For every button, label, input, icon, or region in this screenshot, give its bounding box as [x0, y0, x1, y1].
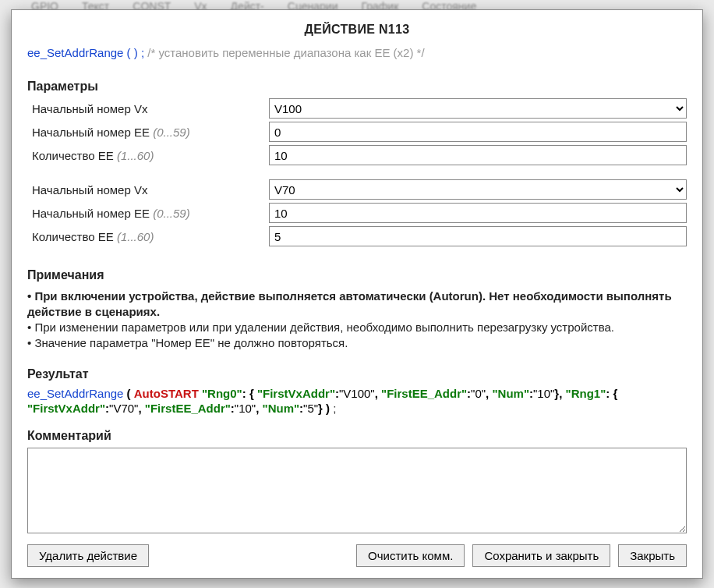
code-colon: : — [242, 387, 249, 400]
param-input[interactable] — [269, 203, 687, 223]
result-key: "Num" — [492, 387, 529, 400]
comment-textarea[interactable] — [27, 448, 687, 533]
dialog-title: ДЕЙСТВИЕ N113 — [27, 23, 687, 37]
vx-select[interactable]: V100 — [269, 98, 687, 119]
note-line: • При включении устройства, действие вып… — [27, 289, 687, 321]
param-label: Количество EE (1...60) — [27, 149, 269, 162]
function-signature: ee_SetAddrRange ( ) ; /* установить пере… — [27, 46, 687, 59]
result-title: Результат — [27, 367, 687, 381]
param-control — [269, 203, 687, 223]
code-brace: { — [613, 387, 617, 400]
close-button[interactable]: Закрыть — [618, 544, 687, 567]
param-hint: (1...60) — [117, 230, 154, 243]
notes-section: Примечания • При включении устройства, д… — [27, 267, 687, 352]
param-label: Начальный номер Vx — [27, 183, 269, 197]
param-label: Начальный номер Vx — [27, 102, 269, 115]
result-key: "FirstVxAddr" — [27, 402, 105, 415]
param-block: Начальный номер Vx V70Начальный номер EE… — [27, 179, 687, 246]
code-paren: ) — [326, 402, 330, 415]
result-val: "10" — [235, 402, 256, 415]
param-label: Количество EE (1...60) — [27, 230, 269, 243]
param-input[interactable] — [269, 226, 687, 246]
parameters-section: Параметры Начальный номер Vx V100Начальн… — [27, 80, 687, 250]
param-row: Начальный номер EE (0...59) — [27, 122, 687, 142]
param-hint: (0...59) — [153, 126, 190, 139]
code-comma: , — [559, 387, 565, 400]
result-key: "Num" — [263, 402, 300, 415]
param-row: Начальный номер Vx V100 — [27, 98, 687, 119]
code-comma: , — [256, 402, 262, 415]
result-key: "FirstEE_Addr" — [381, 387, 467, 400]
param-control — [269, 226, 687, 246]
function-name: ee_SetAddrRange — [27, 46, 123, 59]
param-input[interactable] — [269, 145, 687, 165]
param-hint: (1...60) — [117, 149, 154, 162]
vx-select[interactable]: V70 — [269, 179, 687, 200]
param-control: V100 — [269, 98, 687, 119]
code-brace: } — [318, 402, 323, 415]
notes-title: Примечания — [27, 267, 687, 284]
result-key: "FirstVxAddr" — [257, 387, 335, 400]
code-paren: ( — [127, 387, 131, 400]
result-section: Результат ee_SetAddrRange ( AutoSTART "R… — [27, 367, 687, 416]
result-val: "V70" — [109, 402, 138, 415]
param-label: Начальный номер EE (0...59) — [27, 207, 269, 220]
delete-action-button[interactable]: Удалить действие — [27, 544, 149, 567]
result-val: "10" — [533, 387, 554, 400]
result-range-name: "Rng1" — [566, 387, 606, 400]
function-parens: ( ) ; — [123, 46, 144, 59]
param-control — [269, 145, 687, 165]
code-comma: , — [138, 402, 144, 415]
param-input[interactable] — [269, 122, 687, 142]
code-semicolon: ; — [333, 402, 336, 415]
result-val: "0" — [471, 387, 486, 400]
parameters-title: Параметры — [27, 80, 687, 94]
comment-title: Комментарий — [27, 429, 687, 443]
param-row: Начальный номер EE (0...59) — [27, 203, 687, 223]
clear-comment-button[interactable]: Очистить комм. — [356, 544, 465, 567]
param-row: Начальный номер Vx V70 — [27, 179, 687, 200]
note-line: • При изменении параметров или при удале… — [27, 320, 687, 335]
result-autostart: AutoSTART — [134, 387, 199, 400]
function-comment: /* установить переменные диапазона как E… — [147, 46, 424, 59]
result-val: "5" — [303, 402, 318, 415]
param-block: Начальный номер Vx V100Начальный номер E… — [27, 98, 687, 165]
code-comma: , — [375, 387, 381, 400]
param-row: Количество EE (1...60) — [27, 145, 687, 165]
action-dialog: ДЕЙСТВИЕ N113 ee_SetAddrRange ( ) ; /* у… — [11, 9, 703, 579]
param-label: Начальный номер EE (0...59) — [27, 126, 269, 139]
result-code: ee_SetAddrRange ( AutoSTART "Rng0": { "F… — [27, 386, 687, 416]
button-bar: Удалить действие Очистить комм. Сохранит… — [27, 544, 687, 567]
param-control: V70 — [269, 179, 687, 200]
code-brace: { — [249, 387, 257, 400]
note-line: • Значение параметра "Номер ЕЕ" не должн… — [27, 335, 687, 351]
param-hint: (0...59) — [153, 207, 190, 220]
result-val: "V100" — [339, 387, 375, 400]
result-key: "FirstEE_Addr" — [145, 402, 231, 415]
param-control — [269, 122, 687, 142]
param-row: Количество EE (1...60) — [27, 226, 687, 246]
result-range-name: "Rng0" — [202, 387, 242, 400]
comment-section: Комментарий — [27, 429, 687, 533]
save-close-button[interactable]: Сохранить и закрыть — [472, 544, 610, 567]
result-fn: ee_SetAddrRange — [27, 387, 123, 400]
